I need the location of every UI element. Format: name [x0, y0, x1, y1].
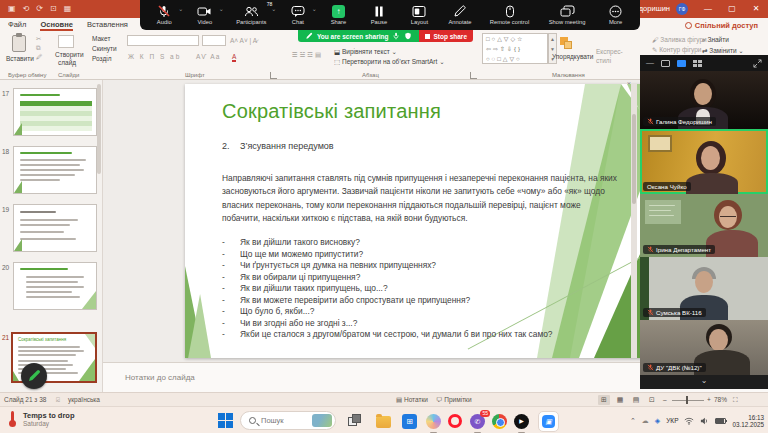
- pause-button[interactable]: Pause: [362, 0, 396, 30]
- clock[interactable]: 16:13 03.12.2025: [732, 414, 764, 428]
- participant-tile[interactable]: Сумська ВК-116: [640, 257, 768, 320]
- wifi-icon[interactable]: [684, 417, 694, 425]
- notes-toggle[interactable]: ▤ Нотатки: [396, 396, 428, 404]
- avatar[interactable]: ГФ: [676, 3, 688, 15]
- shape-outline-button[interactable]: ✎ Контур фігури ⌄: [652, 46, 709, 54]
- slideshow-view-button[interactable]: ⊡: [646, 395, 658, 405]
- zoom-slider-thumb[interactable]: [686, 396, 688, 404]
- participant-tile[interactable]: Ірина Департамент: [640, 194, 768, 257]
- new-slide-button[interactable]: Створити: [55, 51, 84, 58]
- font-style-buttons[interactable]: Ж К П S ab: [128, 53, 181, 60]
- font-size-select[interactable]: [202, 35, 226, 46]
- viber-icon[interactable]: ✆55: [470, 414, 485, 429]
- save-icon[interactable]: ▣: [8, 0, 16, 18]
- chevron-down-icon[interactable]: ⌄: [219, 5, 224, 12]
- smartart-button[interactable]: ⬚ Перетворити на об’єкт SmartArt ⌄: [334, 58, 445, 66]
- zoom-app-icon[interactable]: ▣: [538, 411, 559, 432]
- editor-scrollbar[interactable]: [631, 84, 637, 358]
- layout-button[interactable]: Макет: [92, 35, 110, 42]
- battery-icon[interactable]: [715, 418, 726, 424]
- align-text-button[interactable]: ⬓ Вирівняти текст ⌄: [334, 48, 397, 56]
- audio-button[interactable]: Audio⌄: [147, 0, 181, 30]
- font-color-button[interactable]: А: [232, 53, 236, 62]
- section-button[interactable]: Розділ: [92, 55, 111, 62]
- microsoft-store-icon[interactable]: ⊞: [402, 414, 417, 429]
- more-participants-chevron[interactable]: ⌄: [640, 375, 768, 389]
- slideshow-icon[interactable]: ⊡: [50, 0, 57, 18]
- ppt-share-button[interactable]: Спільний доступ: [685, 19, 758, 31]
- paste-icon[interactable]: [12, 35, 26, 52]
- search-highlight-image[interactable]: [312, 414, 332, 427]
- slide-thumbnail-20[interactable]: [13, 262, 97, 310]
- minimize-panel-icon[interactable]: —: [646, 55, 654, 71]
- stop-share-button[interactable]: Stop share: [419, 30, 473, 42]
- arrange-button[interactable]: Упорядкувати: [552, 53, 593, 60]
- close-button[interactable]: ✕: [744, 0, 768, 18]
- zoom-level[interactable]: 78%: [714, 396, 727, 403]
- participant-tile[interactable]: Галина Федоришин: [640, 71, 768, 129]
- speaker-view-icon[interactable]: [661, 60, 670, 67]
- slide-canvas[interactable]: Сократівські запитання 2. З’ясування пер…: [185, 84, 645, 358]
- slide-thumbnail-17[interactable]: [13, 88, 97, 136]
- find-button[interactable]: ⌕ Знайти: [702, 36, 729, 44]
- font-name-select[interactable]: [127, 35, 199, 46]
- chat-button[interactable]: Chat⌄: [281, 0, 315, 30]
- slide-bullet-list[interactable]: -Як ви дійшли такого висновку? -Що ще ми…: [222, 237, 632, 341]
- slide-title[interactable]: Сократівські запитання: [222, 100, 441, 123]
- participant-tile[interactable]: ДУ "ДВК (№12)": [640, 320, 768, 375]
- paragraph-dialog-launcher[interactable]: [470, 72, 477, 79]
- slide-paragraph[interactable]: Направляючі запитання ставлять під сумні…: [222, 172, 620, 226]
- format-painter-icon[interactable]: 🖉: [36, 53, 43, 60]
- chevron-down-icon[interactable]: ⌄: [178, 5, 183, 12]
- remote-control-button[interactable]: Remote control: [484, 0, 536, 30]
- taskbar-search[interactable]: Пошук: [240, 411, 336, 430]
- volume-icon[interactable]: [700, 417, 709, 425]
- copilot-icon[interactable]: [426, 414, 441, 429]
- weather-widget[interactable]: Temps to drop Saturday: [8, 410, 75, 428]
- more-button[interactable]: More: [599, 0, 633, 30]
- undo-icon[interactable]: ⟲: [23, 0, 30, 18]
- grid-view-icon[interactable]: [693, 60, 702, 67]
- restore-button[interactable]: ▢: [720, 0, 744, 18]
- align-buttons[interactable]: ☰ ☱ ☲ ▤: [292, 51, 321, 59]
- slide-subtitle-number[interactable]: 2.: [222, 141, 230, 151]
- reset-button[interactable]: Скинути: [92, 45, 117, 52]
- replace-button[interactable]: ⇄ Замінити ⌄: [702, 47, 744, 55]
- case-spacing-buttons[interactable]: АѴ Аа: [196, 53, 220, 60]
- font-dialog-launcher[interactable]: [270, 72, 277, 79]
- thumbnail-scrollbar[interactable]: [97, 84, 101, 174]
- zoom-out-button[interactable]: –: [663, 396, 667, 403]
- quick-styles-button[interactable]: Експрес-: [596, 48, 623, 55]
- cut-icon[interactable]: ✂: [36, 35, 41, 43]
- file-explorer-icon[interactable]: [376, 416, 391, 428]
- accessibility-icon[interactable]: ⍃: [56, 396, 60, 404]
- task-view-button[interactable]: [348, 414, 363, 429]
- gallery-view-icon[interactable]: [677, 60, 686, 67]
- slide-thumbnail-19[interactable]: [13, 204, 97, 252]
- reading-view-button[interactable]: ▤: [630, 395, 642, 405]
- minimize-button[interactable]: —: [696, 0, 720, 18]
- copy-icon[interactable]: ⧉: [36, 44, 41, 52]
- layout-button-meeting[interactable]: Layout: [402, 0, 436, 30]
- share-button[interactable]: ↑ Share: [321, 0, 355, 30]
- start-button[interactable]: [218, 413, 233, 428]
- new-slide-icon[interactable]: [58, 35, 74, 48]
- quick-styles-line2[interactable]: стилі: [596, 57, 611, 64]
- annotation-pen-button[interactable]: [21, 363, 47, 389]
- annotate-button[interactable]: Annotate: [443, 0, 477, 30]
- participants-button[interactable]: 78 Participants⌄: [228, 0, 274, 30]
- tab-file[interactable]: Файл: [8, 18, 26, 31]
- presenter-icon[interactable]: ▦: [64, 0, 72, 18]
- slide-subtitle[interactable]: З’ясування передумов: [240, 141, 334, 151]
- shapes-gallery[interactable]: □○△▽◇☆⇦⇨⇧⇩{}○◌□△▽○: [482, 33, 548, 64]
- keyboard-language[interactable]: УКР: [666, 417, 678, 424]
- tab-insert[interactable]: Вставлення: [87, 18, 128, 31]
- tray-expand-icon[interactable]: ⌃: [630, 417, 636, 425]
- slide-sorter-view-button[interactable]: ▦: [614, 395, 626, 405]
- chrome-icon[interactable]: [492, 414, 507, 429]
- slide-thumbnail-18[interactable]: [13, 146, 97, 194]
- zoom-in-button[interactable]: +: [707, 396, 711, 403]
- zoom-slider[interactable]: [672, 400, 704, 401]
- expand-panel-icon[interactable]: [753, 59, 762, 68]
- media-player-icon[interactable]: ▶: [514, 414, 529, 429]
